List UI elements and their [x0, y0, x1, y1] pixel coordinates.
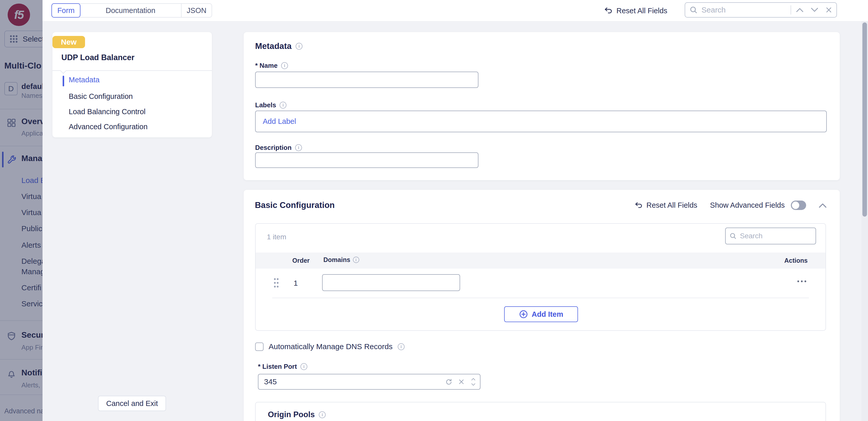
domain-input[interactable]	[322, 274, 460, 291]
global-search-box	[685, 2, 837, 18]
add-label-button[interactable]: Add Label	[263, 117, 296, 125]
row-actions-menu-icon[interactable]	[797, 280, 807, 283]
search-next-chevron-down-icon[interactable]	[810, 7, 818, 13]
listen-port-info-icon[interactable]: i	[301, 363, 307, 370]
tab-form[interactable]: Form	[52, 3, 81, 18]
search-input[interactable]	[702, 6, 786, 14]
description-input[interactable]	[255, 152, 478, 168]
search-divider	[790, 5, 791, 15]
wizard-divider	[53, 71, 212, 71]
section-reset-all-fields-button[interactable]: Reset All Fields	[634, 201, 698, 210]
column-order: Order	[292, 257, 310, 264]
section-reset-all-fields-label: Reset All Fields	[647, 201, 698, 209]
toggle-knob	[792, 202, 799, 209]
add-item-button[interactable]: Add Item	[504, 306, 578, 322]
labels-field-label: Labels	[255, 101, 276, 109]
column-actions: Actions	[784, 257, 808, 264]
basic-configuration-section: Basic Configuration Reset All Fields Sho…	[244, 190, 840, 421]
labels-info-icon[interactable]: i	[280, 102, 286, 109]
wizard-step-load-balancing-control[interactable]: Load Balancing Control	[69, 108, 145, 116]
new-badge: New	[53, 36, 85, 48]
manage-dns-checkbox[interactable]	[255, 342, 264, 351]
page-scrollbar-thumb[interactable]	[862, 22, 867, 217]
drag-handle-icon[interactable]	[273, 277, 280, 288]
labels-input[interactable]: Add Label	[255, 111, 827, 132]
metadata-info-icon[interactable]: i	[296, 43, 303, 50]
add-item-label: Add Item	[532, 310, 563, 318]
tab-documentation[interactable]: Documentation	[80, 4, 181, 17]
wizard-step-metadata[interactable]: Metadata	[69, 76, 99, 84]
number-stepper[interactable]	[470, 377, 476, 386]
search-icon	[729, 232, 737, 240]
clear-value-x-icon[interactable]	[458, 378, 465, 385]
search-prev-chevron-up-icon[interactable]	[796, 7, 804, 13]
name-input[interactable]	[255, 72, 478, 88]
tab-json[interactable]: JSON	[181, 4, 212, 17]
row-order-value: 1	[293, 279, 298, 287]
item-count-label: 1 item	[267, 233, 286, 241]
cancel-and-exit-button[interactable]: Cancel and Exit	[98, 396, 166, 411]
undo-icon	[634, 201, 643, 210]
name-field-label: * Name	[255, 62, 278, 69]
show-advanced-fields-toggle[interactable]	[791, 201, 806, 210]
wizard-step-basic-configuration[interactable]: Basic Configuration	[69, 92, 133, 101]
reset-value-icon[interactable]	[445, 378, 453, 386]
modal-top-bar: Form Documentation JSON Reset All Fields	[42, 0, 868, 21]
wizard-panel: New UDP Load Balancer Metadata Basic Con…	[53, 32, 212, 137]
origin-pools-title: Origin Pools	[268, 410, 315, 419]
description-info-icon[interactable]: i	[295, 144, 302, 151]
reset-all-fields-label: Reset All Fields	[616, 7, 668, 15]
sidebar-dim-overlay	[0, 0, 42, 421]
metadata-section-title: Metadata	[255, 41, 291, 51]
domains-search-input[interactable]	[740, 232, 812, 240]
domains-search-box	[725, 228, 816, 244]
row-divider	[272, 298, 809, 298]
metadata-section: Metadata i * Name i Labels i Add Label D…	[244, 32, 840, 180]
view-mode-tabs: Form Documentation JSON	[52, 3, 212, 18]
basic-configuration-title: Basic Configuration	[255, 200, 335, 210]
search-icon	[689, 6, 698, 14]
reset-all-fields-button[interactable]: Reset All Fields	[604, 0, 668, 21]
domain-table-row: 1	[256, 269, 826, 298]
search-clear-x-icon[interactable]	[825, 6, 832, 13]
listen-port-label: * Listen Port	[258, 363, 297, 370]
stepper-up-icon[interactable]	[470, 377, 476, 381]
wizard-active-indicator	[63, 76, 64, 86]
origin-pools-panel: Origin Pools i	[255, 402, 826, 421]
page-scrollbar-track[interactable]	[861, 21, 868, 421]
undo-icon	[604, 6, 613, 15]
manage-dns-info-icon[interactable]: i	[398, 343, 405, 350]
plus-circle-icon	[519, 310, 528, 319]
domains-info-icon[interactable]: i	[353, 257, 359, 263]
domains-table-header: Order Domains i Actions	[256, 253, 826, 269]
show-advanced-fields-label: Show Advanced Fields	[710, 201, 785, 209]
origin-pools-info-icon[interactable]: i	[319, 411, 326, 418]
column-domains: Domains	[323, 256, 350, 263]
collapse-section-chevron-up-icon[interactable]	[818, 202, 827, 208]
modal-content-area: New UDP Load Balancer Metadata Basic Con…	[42, 21, 861, 421]
wizard-step-advanced-configuration[interactable]: Advanced Configuration	[69, 122, 148, 131]
listen-port-field	[258, 374, 480, 390]
description-field-label: Description	[255, 144, 291, 151]
manage-dns-label: Automatically Manage DNS Records	[269, 342, 393, 351]
wizard-title: UDP Load Balancer	[61, 53, 134, 62]
name-info-icon[interactable]: i	[281, 62, 288, 69]
wizard-divider-notch	[60, 67, 66, 74]
stepper-down-icon[interactable]	[470, 383, 476, 386]
domains-items-panel: 1 item Order Domains i Actions	[255, 223, 826, 331]
